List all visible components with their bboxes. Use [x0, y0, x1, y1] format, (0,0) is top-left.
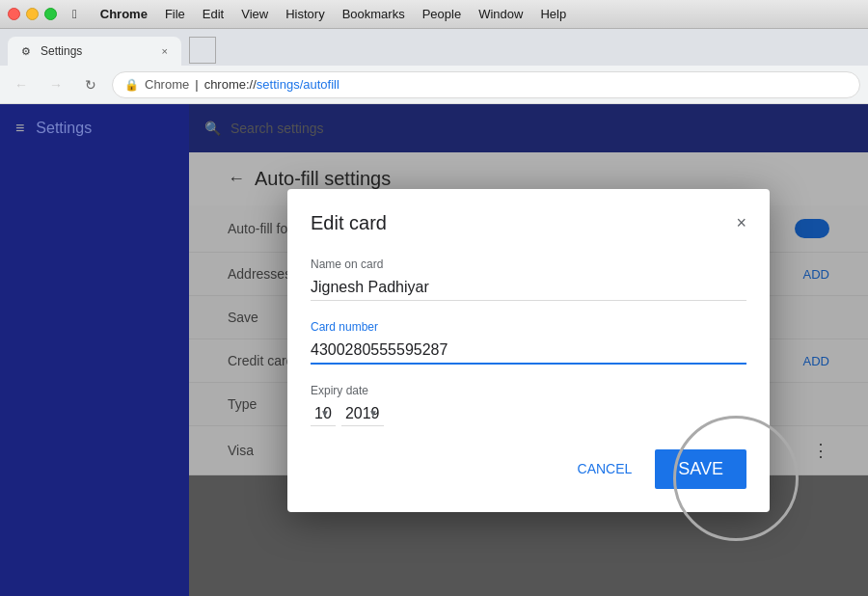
help-menu[interactable]: Help: [532, 5, 574, 23]
expiry-group: Expiry date 01 02 03 04 05 06: [311, 384, 746, 426]
back-button[interactable]: ←: [8, 71, 35, 98]
sidebar-header: ≡ Settings: [0, 104, 189, 152]
apple-menu[interactable]: : [65, 5, 85, 23]
settings-tab[interactable]: ⚙ Settings ×: [8, 37, 181, 66]
name-on-card-group: Name on card: [311, 257, 746, 301]
reload-button[interactable]: ↻: [77, 71, 104, 98]
address-url: chrome://settings/autofill: [204, 77, 339, 92]
tab-title: Settings: [41, 44, 152, 58]
tab-close-button[interactable]: ×: [160, 43, 170, 59]
bookmarks-menu[interactable]: Bookmarks: [335, 5, 413, 23]
month-select-wrapper: 01 02 03 04 05 06 07 08 09 10: [311, 401, 330, 426]
sidebar: ≡ Settings: [0, 104, 189, 596]
url-path: settings/autofill: [257, 77, 339, 92]
main-content: 🔍 ← Auto-fill settings Auto-fill for Add…: [189, 104, 868, 596]
address-bar-area: ← → ↻ 🔒 Chrome | chrome://settings/autof…: [0, 66, 868, 104]
year-select-wrapper: 2019 2020 2021 2022 2023 2024 2025 ▼: [341, 401, 378, 426]
url-origin: chrome://: [204, 77, 257, 92]
minimize-window-button[interactable]: [26, 8, 39, 20]
view-menu[interactable]: View: [233, 5, 276, 23]
tab-bar: ⚙ Settings ×: [0, 29, 868, 66]
modal-footer: CANCEL SAVE: [311, 449, 746, 489]
settings-layout: ≡ Settings 🔍 ← Auto-fill settings Auto-f…: [0, 104, 868, 596]
save-button[interactable]: SAVE: [655, 449, 746, 489]
title-bar:  Chrome File Edit View History Bookmark…: [0, 0, 868, 29]
traffic-lights: [8, 8, 57, 20]
history-menu[interactable]: History: [278, 5, 332, 23]
close-window-button[interactable]: [8, 8, 20, 20]
window-menu[interactable]: Window: [471, 5, 530, 23]
expiry-year-select[interactable]: 2019 2020 2021 2022 2023 2024 2025: [341, 401, 384, 426]
tab-favicon: ⚙: [19, 44, 33, 58]
modal-close-button[interactable]: ×: [736, 213, 746, 233]
address-bar[interactable]: 🔒 Chrome | chrome://settings/autofill: [112, 71, 860, 98]
file-menu[interactable]: File: [157, 5, 193, 23]
modal-title: Edit card: [311, 212, 387, 234]
name-label: Name on card: [311, 257, 746, 271]
new-tab-placeholder: [189, 37, 216, 64]
people-menu[interactable]: People: [415, 5, 469, 23]
card-number-group: Card number: [311, 320, 746, 365]
card-number-input[interactable]: [311, 338, 746, 365]
forward-button[interactable]: →: [42, 71, 69, 98]
cancel-button[interactable]: CANCEL: [562, 453, 648, 484]
hamburger-icon[interactable]: ≡: [15, 120, 24, 137]
secure-icon: 🔒: [124, 78, 139, 92]
modal-wrapper: Edit card × Name on card Card number: [287, 189, 770, 512]
edit-card-modal: Edit card × Name on card Card number: [287, 189, 770, 512]
sidebar-title: Settings: [36, 120, 92, 137]
address-separator: |: [195, 77, 198, 92]
card-number-label: Card number: [311, 320, 746, 334]
expiry-label: Expiry date: [311, 384, 746, 397]
name-input[interactable]: [311, 275, 746, 301]
modal-overlay: Edit card × Name on card Card number: [189, 104, 868, 596]
menu-bar:  Chrome File Edit View History Bookmark…: [65, 5, 860, 23]
address-origin: Chrome: [145, 77, 189, 92]
maximize-window-button[interactable]: [44, 8, 57, 20]
edit-menu[interactable]: Edit: [195, 5, 231, 23]
chrome-menu[interactable]: Chrome: [93, 5, 155, 23]
expiry-row: 01 02 03 04 05 06 07 08 09 10: [311, 401, 746, 426]
modal-header: Edit card ×: [311, 212, 746, 234]
expiry-month-select[interactable]: 01 02 03 04 05 06 07 08 09 10: [311, 401, 336, 426]
